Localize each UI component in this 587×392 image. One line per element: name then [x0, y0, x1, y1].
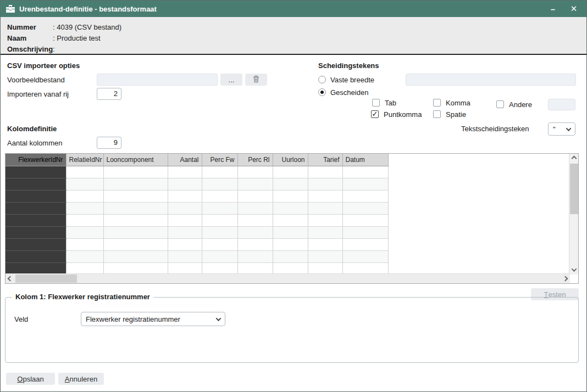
komma-label: Komma [446, 99, 470, 107]
andere-label: Andere [509, 100, 532, 109]
table-row[interactable] [5, 166, 388, 178]
column-header-perc-fw[interactable]: Perc Fw [202, 154, 237, 166]
column-grid: FlexwerkerIdNrRelatieIdNrLooncomponentAa… [5, 153, 579, 284]
omschrijving-value: : [53, 45, 55, 53]
csv-options-title: CSV importeer opties [7, 61, 80, 70]
gescheiden-label: Gescheiden [330, 88, 368, 97]
close-button[interactable]: ✕ [566, 2, 582, 16]
column-header-aantal[interactable]: Aantal [168, 154, 202, 166]
column-header-flexwerkeridnr[interactable]: FlexwerkerIdNr [5, 154, 66, 166]
vaste-breedte-radio[interactable] [318, 76, 326, 83]
importeren-label: Importeren vanaf rij [7, 90, 69, 98]
tekstscheidingsteken-dropdown[interactable]: " [548, 122, 575, 136]
title-bar: Urenbestand-definitie - bestandsformaat … [1, 1, 586, 17]
window-title: Urenbestand-definitie - bestandsformaat [19, 5, 157, 13]
vaste-breedte-input[interactable] [406, 74, 576, 86]
aantal-kolommen-input[interactable]: 9 [97, 137, 121, 149]
table-row[interactable] [5, 202, 388, 214]
table-row[interactable] [5, 214, 388, 226]
kolom1-groupbox: Kolom 1: Flexwerker registratienummer Ve… [5, 297, 579, 363]
tekstscheidingsteken-value: " [553, 125, 556, 133]
table-row[interactable] [5, 178, 388, 190]
andere-checkbox[interactable] [496, 100, 504, 108]
voorbeeldbestand-input[interactable] [97, 74, 218, 86]
veld-dropdown[interactable]: Flexwerker registratienummer [81, 312, 225, 326]
column-header-uurloon[interactable]: Uurloon [273, 154, 308, 166]
column-header-datum[interactable]: Datum [342, 154, 388, 166]
column-grid-table: FlexwerkerIdNrRelatieIdNrLooncomponentAa… [5, 154, 389, 275]
nummer-label: Nummer [7, 23, 53, 31]
chevron-down-icon [216, 316, 221, 321]
vertical-scroll-thumb[interactable] [570, 164, 578, 214]
veld-value: Flexwerker registratienummer [86, 315, 180, 323]
tab-checkbox[interactable] [372, 99, 380, 107]
opslaan-button[interactable]: Opslaan [6, 373, 55, 385]
komma-checkbox[interactable] [433, 99, 441, 107]
voorbeeldbestand-label: Voorbeeldbestand [7, 76, 65, 84]
browse-button[interactable]: ... [220, 74, 242, 86]
column-header-looncomponent[interactable]: Looncomponent [103, 154, 168, 166]
scroll-right-icon[interactable] [561, 274, 570, 283]
naam-label: Naam [7, 34, 53, 42]
table-row[interactable] [5, 238, 388, 250]
veld-label: Veld [14, 315, 28, 323]
dialog-window: Urenbestand-definitie - bestandsformaat … [0, 0, 587, 392]
briefcase-icon [6, 5, 15, 13]
kolomdefinitie-title: Kolomdefinitie [7, 125, 57, 133]
table-row[interactable] [5, 226, 388, 238]
aantal-kolommen-label: Aantal kolommen [7, 139, 62, 147]
spatie-label: Spatie [446, 110, 466, 119]
delete-file-button[interactable] [245, 74, 267, 86]
tab-label: Tab [385, 99, 396, 107]
importeren-input[interactable]: 2 [97, 88, 121, 100]
andere-input[interactable] [548, 99, 575, 110]
annuleren-button[interactable]: Annuleren [58, 373, 104, 385]
omschrijving-label: Omschrijving [7, 45, 53, 53]
gescheiden-radio[interactable] [318, 88, 326, 96]
scroll-left-icon[interactable] [5, 274, 15, 283]
spatie-checkbox[interactable] [433, 110, 441, 118]
table-row[interactable] [5, 190, 388, 202]
naam-value: : Productie test [53, 34, 101, 42]
column-header-relatieidnr[interactable]: RelatieIdNr [66, 154, 103, 166]
vertical-scrollbar[interactable] [569, 154, 578, 275]
puntkomma-checkbox[interactable]: ✓ [371, 110, 379, 118]
tekstscheidingsteken-label: Tekstscheidingsteken [461, 125, 529, 133]
scroll-down-icon[interactable] [569, 265, 579, 275]
vaste-breedte-label: Vaste breedte [330, 76, 374, 84]
trash-icon [253, 75, 259, 85]
horizontal-scrollbar[interactable] [5, 273, 570, 283]
horizontal-scroll-thumb[interactable] [15, 275, 77, 283]
separators-title: Scheidingstekens [318, 61, 379, 70]
scroll-up-icon[interactable] [569, 154, 579, 163]
record-header: Nummer : 4039 (CSV bestand) Naam : Produ… [1, 17, 586, 55]
table-row[interactable] [5, 262, 388, 275]
table-row[interactable] [5, 250, 388, 262]
kolom1-legend: Kolom 1: Flexwerker registratienummer [12, 293, 153, 301]
chevron-down-icon [566, 126, 572, 131]
minimize-button[interactable]: – [545, 2, 561, 16]
column-header-perc-rl[interactable]: Perc Rl [237, 154, 273, 166]
puntkomma-label: Puntkomma [384, 110, 422, 119]
nummer-value: : 4039 (CSV bestand) [53, 23, 121, 31]
column-header-tarief[interactable]: Tarief [308, 154, 342, 166]
